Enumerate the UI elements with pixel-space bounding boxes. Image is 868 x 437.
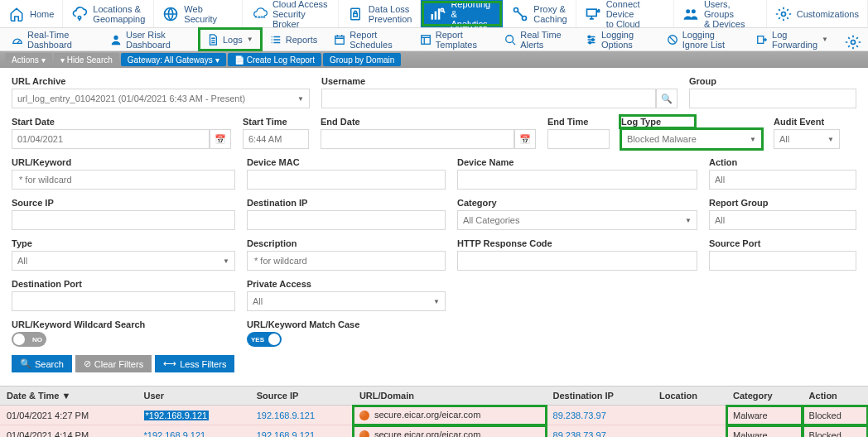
subnav-log-forwarding[interactable]: Log Forwarding ▼ <box>748 28 837 50</box>
actions-menu[interactable]: Actions ▾ <box>5 53 52 66</box>
cell-url[interactable]: secure.eicar.org/eicar.com <box>353 425 547 437</box>
group-input[interactable] <box>689 89 856 108</box>
create-log-report[interactable]: 📄 Create Log Report <box>228 53 321 66</box>
report-group-select[interactable]: All <box>709 210 856 230</box>
type-select[interactable]: All▼ <box>12 251 235 271</box>
end-time-input[interactable] <box>547 129 610 149</box>
topnav-casb[interactable]: CASBCloud AccessSecurity Broker <box>243 0 339 27</box>
private-access-select[interactable]: All▼ <box>247 291 446 311</box>
action-select[interactable]: All <box>709 170 856 190</box>
source-port-input[interactable] <box>709 251 856 271</box>
subnav-reports[interactable]: Reports <box>262 28 326 50</box>
start-time-label: Start Time <box>243 117 309 127</box>
cell-dest-ip[interactable]: 89.238.73.97 <box>547 406 653 425</box>
subnav-logs[interactable]: Logs ▼ <box>199 28 262 50</box>
doc-icon <box>207 34 219 46</box>
source-ip-input[interactable] <box>12 210 235 230</box>
table-row[interactable]: 01/04/2021 4:27 PM*192.168.9.121192.168.… <box>0 406 868 425</box>
cell-url[interactable]: secure.eicar.org/eicar.com <box>353 406 547 425</box>
cell-source-ip[interactable]: 192.168.9.121 <box>250 406 353 425</box>
globe-icon <box>162 6 179 22</box>
topnav-cloud-pin[interactable]: Locations &Geomapping <box>63 0 154 27</box>
topnav-users[interactable]: Users, Groups& Devices <box>674 0 767 27</box>
subnav-real-time-alerts[interactable]: Real Time Alerts <box>496 28 577 50</box>
subnav-label: Logging Options <box>601 30 650 50</box>
end-date-picker[interactable]: 📅 <box>514 129 536 149</box>
category-select[interactable]: All Categories▼ <box>457 210 697 230</box>
subnav-label: Report Templates <box>436 30 488 50</box>
subnav-logging-ignore-list[interactable]: Logging Ignore List <box>658 28 748 50</box>
chevron-down-icon: ▼ <box>247 36 253 43</box>
col-date-time[interactable]: Date & Time ▼ <box>0 387 137 406</box>
less-filters-button[interactable]: ⟷ Less Filters <box>155 355 234 372</box>
dest-ip-label: Destination IP <box>247 198 446 208</box>
subnav-logging-options[interactable]: Logging Options <box>577 28 658 50</box>
device-name-input[interactable] <box>457 170 697 190</box>
audit-event-select[interactable]: All▼ <box>774 129 840 149</box>
http-code-input[interactable] <box>457 251 697 271</box>
group-by-domain[interactable]: Group by Domain <box>323 53 401 66</box>
start-date-picker[interactable]: 📅 <box>210 129 231 149</box>
subnav-report-schedules[interactable]: Report Schedules <box>326 28 412 50</box>
malware-icon <box>359 430 369 437</box>
url-keyword-input[interactable] <box>12 170 235 190</box>
col-action[interactable]: Action <box>803 387 868 406</box>
log-type-select[interactable]: Blocked Malware▼ <box>621 129 762 149</box>
subnav-settings[interactable] <box>837 34 865 46</box>
col-category[interactable]: Category <box>726 387 803 406</box>
gateway-filter[interactable]: Gateway: All Gateways ▾ <box>121 53 226 66</box>
subnav-user-risk-dashboard[interactable]: User Risk Dashboard <box>102 28 199 50</box>
topnav-proxy[interactable]: Proxy &Caching <box>504 0 576 27</box>
wildcard-toggle[interactable]: NO <box>12 332 46 347</box>
log-type-label: Log Type <box>621 117 694 127</box>
col-source-ip[interactable]: Source IP <box>250 387 353 406</box>
col-user[interactable]: User <box>137 387 250 406</box>
cell-source-ip[interactable]: 192.168.9.121 <box>250 425 353 437</box>
topnav-bars[interactable]: Reporting &Analytics <box>421 0 504 27</box>
topnav-home[interactable]: Home <box>0 0 63 27</box>
col-location[interactable]: Location <box>653 387 726 406</box>
forward-icon <box>756 34 768 46</box>
svg-rect-16 <box>335 36 345 44</box>
start-date-input[interactable]: 01/04/2021 <box>12 129 210 149</box>
match-case-toggle[interactable]: YES <box>247 332 282 347</box>
group-label: Group <box>689 76 856 86</box>
device-mac-input[interactable] <box>247 170 446 190</box>
cell-datetime: 01/04/2021 4:27 PM <box>0 406 137 425</box>
topnav-device[interactable]: Connect Deviceto Cloud <box>576 0 674 27</box>
subnav-real-time-dashboard[interactable]: Real-Time Dashboard <box>3 28 102 50</box>
hide-search[interactable]: ▾ Hide Search <box>54 53 119 66</box>
url-archive-select[interactable]: url_log_entry_01042021 (01/04/2021 6:43 … <box>12 89 310 108</box>
cell-category: Malware <box>726 425 803 437</box>
cell-user[interactable]: *192.168.9.121 <box>137 425 250 437</box>
topnav-lock-doc[interactable]: Data LossPrevention <box>339 0 422 27</box>
description-input[interactable] <box>247 251 446 271</box>
col-destination-ip[interactable]: Destination IP <box>547 387 653 406</box>
col-url-domain[interactable]: URL/Domain <box>353 387 547 406</box>
search-button[interactable]: 🔍 Search <box>12 355 72 372</box>
chevron-down-icon: ▼ <box>822 36 828 43</box>
subnav-report-templates[interactable]: Report Templates <box>412 28 496 50</box>
table-row[interactable]: 01/04/2021 4:14 PM*192.168.9.121192.168.… <box>0 425 868 437</box>
svg-point-8 <box>441 8 444 11</box>
cell-category: Malware <box>726 406 803 425</box>
source-ip-label: Source IP <box>12 198 235 208</box>
cell-dest-ip[interactable]: 89.238.73.97 <box>547 425 653 437</box>
options-icon <box>586 34 597 46</box>
svg-text:CASB: CASB <box>255 15 265 19</box>
topnav-label: Data LossPrevention <box>369 4 412 24</box>
start-time-input[interactable]: 6:44 AM <box>243 129 309 149</box>
clear-filters-button[interactable]: ⊘ Clear Filters <box>75 355 152 372</box>
username-search-button[interactable]: 🔍 <box>656 89 678 108</box>
dest-ip-input[interactable] <box>247 210 446 230</box>
username-input[interactable] <box>321 89 656 108</box>
topnav-globe[interactable]: Web Security <box>154 0 243 27</box>
dest-port-input[interactable] <box>12 291 235 311</box>
action-label: Action <box>709 157 856 167</box>
topnav-gear[interactable]: Customizations <box>767 0 868 27</box>
end-date-input[interactable] <box>321 129 514 149</box>
svg-point-19 <box>588 36 591 38</box>
cell-user[interactable]: *192.168.9.121 <box>137 406 250 425</box>
svg-rect-4 <box>354 13 358 17</box>
lock-doc-icon <box>347 6 364 22</box>
